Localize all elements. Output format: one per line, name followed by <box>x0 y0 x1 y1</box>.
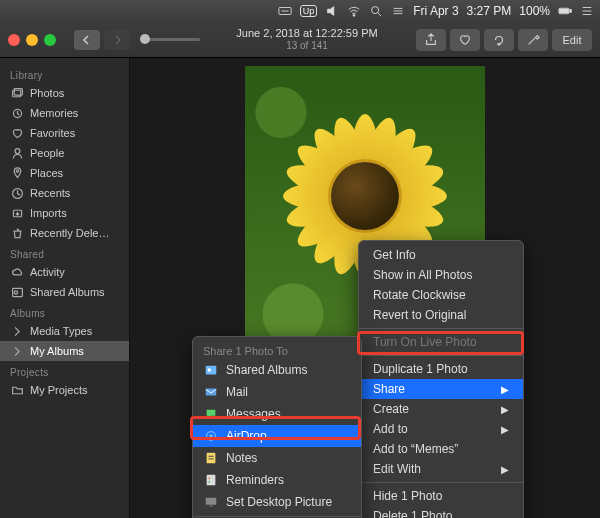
context-menu-item[interactable]: Hide 1 Photo <box>359 486 523 506</box>
sidebar-item[interactable]: Media Types <box>0 321 129 341</box>
svg-point-24 <box>208 368 212 372</box>
sidebar-item[interactable]: Imports <box>0 203 129 223</box>
reminders-icon <box>203 472 219 488</box>
sidebar-item[interactable]: Shared Albums <box>0 282 129 302</box>
sidebar-item-label: Favorites <box>30 127 75 139</box>
context-menu-item[interactable]: Edit With▶ <box>359 459 523 479</box>
menubar-date[interactable]: Fri Apr 3 <box>413 4 458 18</box>
context-menu-label: Share <box>373 382 405 396</box>
sidebar-item[interactable]: Recents <box>0 183 129 203</box>
zoom-icon[interactable] <box>44 34 56 46</box>
shared-album-icon <box>203 362 219 378</box>
svg-rect-34 <box>206 498 217 505</box>
sidebar-item[interactable]: Photos <box>0 83 129 103</box>
macos-menubar: Up Fri Apr 3 3:27 PM 100% <box>0 0 600 22</box>
messages-icon <box>203 406 219 422</box>
context-menu-label: Rotate Clockwise <box>373 288 466 302</box>
sidebar-item-label: Activity <box>30 266 65 278</box>
notifications-icon[interactable] <box>580 4 594 18</box>
context-menu[interactable]: Get InfoShow in All PhotosRotate Clockwi… <box>358 240 524 518</box>
keyboard-icon <box>278 4 292 18</box>
back-button[interactable] <box>74 30 100 50</box>
sidebar-item[interactable]: Favorites <box>0 123 129 143</box>
sidebar-item[interactable]: Memories <box>0 103 129 123</box>
menubar-time[interactable]: 3:27 PM <box>467 4 512 18</box>
context-menu-label: Edit With <box>373 462 421 476</box>
context-menu-label: Add to “Memes” <box>373 442 458 456</box>
share-item-label: Messages <box>226 407 281 421</box>
trash-icon <box>10 226 24 240</box>
context-menu-item[interactable]: Add to “Memes” <box>359 439 523 459</box>
share-menu-item[interactable]: Notes <box>193 447 361 469</box>
window-toolbar: June 2, 2018 at 12:22:59 PM 13 of 141 Ed… <box>0 22 600 58</box>
chevron-icon <box>10 324 24 338</box>
sidebar-item[interactable]: Places <box>0 163 129 183</box>
folder-icon <box>10 383 24 397</box>
svg-rect-31 <box>207 475 216 486</box>
auto-enhance-button[interactable] <box>518 29 548 51</box>
import-icon <box>10 206 24 220</box>
forward-button <box>104 30 130 50</box>
submenu-arrow-icon: ▶ <box>501 424 509 435</box>
share-menu-item[interactable]: Mail <box>193 381 361 403</box>
sidebar-item-label: Recently Dele… <box>30 227 109 239</box>
share-menu-item[interactable]: Reminders <box>193 469 361 491</box>
sidebar-item[interactable]: Activity <box>0 262 129 282</box>
favorite-button[interactable] <box>450 29 480 51</box>
share-button[interactable] <box>416 29 446 51</box>
context-menu-item[interactable]: Get Info <box>359 245 523 265</box>
edit-button[interactable]: Edit <box>552 29 592 51</box>
share-menu-item[interactable]: AirDrop <box>193 425 361 447</box>
context-menu-label: Turn On Live Photo <box>373 335 477 349</box>
notes-icon <box>203 450 219 466</box>
context-menu-item[interactable]: Show in All Photos <box>359 265 523 285</box>
share-menu-item[interactable]: Messages <box>193 403 361 425</box>
context-menu-item[interactable]: Rotate Clockwise <box>359 285 523 305</box>
control-center-icon[interactable] <box>391 4 405 18</box>
sidebar-item[interactable]: My Albums <box>0 341 129 361</box>
context-menu-item: Turn On Live Photo <box>359 332 523 352</box>
context-menu-label: Delete 1 Photo <box>373 509 452 518</box>
share-header: Share 1 Photo To <box>193 341 361 359</box>
svg-line-4 <box>378 13 382 17</box>
cloud-icon <box>10 265 24 279</box>
context-menu-label: Get Info <box>373 248 416 262</box>
sidebar-item-label: Photos <box>30 87 64 99</box>
wifi-icon <box>347 4 361 18</box>
svg-rect-9 <box>559 9 568 13</box>
context-menu-item[interactable]: Duplicate 1 Photo <box>359 359 523 379</box>
photo-stack-icon <box>10 86 24 100</box>
sidebar-item[interactable]: Recently Dele… <box>0 223 129 243</box>
sidebar-item-label: Media Types <box>30 325 92 337</box>
minimize-icon[interactable] <box>26 34 38 46</box>
zoom-slider[interactable] <box>140 38 200 41</box>
context-menu-label: Hide 1 Photo <box>373 489 442 503</box>
context-menu-label: Add to <box>373 422 408 436</box>
rotate-button[interactable] <box>484 29 514 51</box>
photo-counter: 13 of 141 <box>200 40 414 52</box>
svg-point-32 <box>208 477 210 479</box>
sidebar-item-label: Imports <box>30 207 67 219</box>
context-menu-item[interactable]: Create▶ <box>359 399 523 419</box>
svg-point-33 <box>208 481 210 483</box>
sidebar-item-label: Recents <box>30 187 70 199</box>
share-item-label: AirDrop <box>226 429 267 443</box>
context-menu-item[interactable]: Add to▶ <box>359 419 523 439</box>
volume-icon <box>325 4 339 18</box>
close-icon[interactable] <box>8 34 20 46</box>
battery-percent: 100% <box>519 4 550 18</box>
context-menu-item[interactable]: Share▶ <box>359 379 523 399</box>
share-menu-item[interactable]: Shared Albums <box>193 359 361 381</box>
memories-icon <box>10 106 24 120</box>
sidebar-item-label: My Projects <box>30 384 87 396</box>
search-icon[interactable] <box>369 4 383 18</box>
sidebar-item-label: My Albums <box>30 345 84 357</box>
sidebar-item[interactable]: My Projects <box>0 380 129 400</box>
share-submenu[interactable]: Share 1 Photo ToShared AlbumsMailMessage… <box>192 336 362 518</box>
sidebar-item[interactable]: People <box>0 143 129 163</box>
submenu-arrow-icon: ▶ <box>501 404 509 415</box>
context-menu-item[interactable]: Revert to Original <box>359 305 523 325</box>
share-menu-item[interactable]: Set Desktop Picture <box>193 491 361 513</box>
svg-rect-28 <box>207 453 216 464</box>
context-menu-item[interactable]: Delete 1 Photo <box>359 506 523 518</box>
